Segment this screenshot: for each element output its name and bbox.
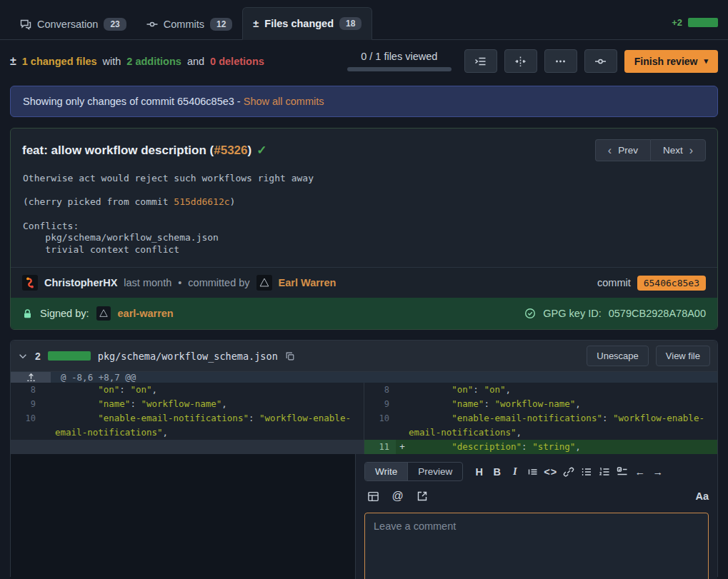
inline-comment-row: Write Preview H B I <> — [11, 454, 717, 579]
tab-commits[interactable]: Commits 12 — [136, 9, 243, 40]
line-sign — [42, 383, 55, 397]
empty-line-placeholder — [11, 440, 364, 454]
bold-icon[interactable]: B — [488, 463, 506, 480]
chevron-down-icon[interactable] — [18, 351, 28, 361]
signature-row: Signed by: earl-warren GPG key ID: 0579C… — [11, 298, 717, 329]
author-avatar[interactable] — [22, 275, 38, 291]
tab-conversation-label: Conversation — [37, 19, 98, 30]
commit-sha-badge[interactable]: 65406c85e3 — [637, 276, 706, 291]
write-tab[interactable]: Write — [365, 463, 408, 480]
diff-icon: ± — [253, 18, 259, 29]
diff-row: 8 "on": "on", 8 "on": "on", — [11, 383, 717, 397]
line-number-old[interactable]: 9 — [11, 397, 42, 411]
json-key: "name" — [409, 398, 484, 409]
unordered-list-icon[interactable] — [577, 463, 595, 480]
redo-icon[interactable]: → — [649, 463, 667, 480]
commit-title-text: ) — [248, 144, 252, 157]
code-icon[interactable]: <> — [542, 463, 559, 480]
italic-icon[interactable]: I — [506, 463, 524, 480]
tab-files-changed[interactable]: ± Files changed 18 — [242, 7, 372, 40]
commit-time: last month — [124, 277, 171, 288]
commits-dropdown-button[interactable] — [584, 49, 617, 73]
commit-meta-row: ChristopherHX last month • committed by … — [11, 267, 717, 298]
punct: : — [522, 441, 532, 452]
mention-icon[interactable]: @ — [389, 488, 407, 505]
code-line: "on": "on", — [409, 383, 717, 397]
added-sign: + — [396, 440, 409, 454]
diff-stats-summary: +2 — [672, 17, 718, 28]
link-icon[interactable] — [559, 463, 577, 480]
changed-files-summary: ± 1 changed files with 2 additions and 0… — [10, 55, 264, 68]
diff-stats-bar — [688, 18, 718, 27]
committer-avatar[interactable] — [256, 275, 272, 291]
summary-text: and — [187, 56, 204, 67]
comment-input[interactable] — [364, 513, 709, 579]
preview-tab[interactable]: Preview — [407, 463, 462, 480]
commit-box: feat: allow workflow description (#5326)… — [10, 128, 718, 330]
undo-icon[interactable]: ← — [631, 463, 649, 480]
files-viewed-bar — [347, 67, 452, 71]
unescape-button[interactable]: Unescape — [587, 346, 649, 366]
conversation-icon — [20, 19, 31, 30]
finish-review-button[interactable]: Finish review ▾ — [624, 50, 718, 73]
line-number-new[interactable]: 10 — [364, 411, 396, 440]
prev-commit-button[interactable]: ‹ Prev — [595, 139, 650, 161]
files-viewed-label: 0 / 1 files viewed — [361, 51, 437, 62]
json-value: "on" — [484, 384, 505, 395]
single-commit-banner: Showing only changes of commit 65406c85e… — [10, 86, 718, 117]
json-value: "workflow-name" — [494, 398, 575, 409]
next-commit-button[interactable]: Next › — [650, 139, 706, 161]
line-number-old[interactable]: 8 — [11, 383, 42, 397]
commit-icon — [146, 19, 158, 30]
view-file-button[interactable]: View file — [656, 346, 710, 366]
next-label: Next — [663, 145, 683, 156]
diff-row: 10 "enable-email-notifications": "workfl… — [11, 411, 717, 440]
signed-by-label: Signed by: — [40, 308, 89, 319]
summary-text: with — [103, 56, 121, 67]
diff-options-button[interactable] — [544, 49, 577, 73]
issue-link[interactable]: #5326 — [214, 144, 247, 157]
conversation-count-badge: 23 — [104, 18, 126, 31]
reference-icon[interactable] — [413, 488, 431, 505]
json-key: "on" — [409, 384, 473, 395]
code-line: "name": "workflow-name", — [55, 397, 364, 411]
diff-icon: ± — [10, 55, 16, 68]
signer-link[interactable]: earl-warren — [118, 308, 174, 319]
punct: : — [119, 384, 130, 395]
gpg-key-label: GPG key ID: — [543, 308, 601, 319]
ordered-list-icon[interactable] — [595, 463, 613, 480]
code-line: "on": "on", — [55, 383, 364, 397]
line-number-new[interactable]: 8 — [364, 383, 396, 397]
line-number-new[interactable]: 11 — [364, 440, 396, 454]
show-all-commits-link[interactable]: Show all commits — [244, 96, 324, 107]
code-line: "enable-email-notifications": "workflow-… — [55, 411, 364, 440]
quote-icon[interactable] — [524, 463, 542, 480]
file-diff-stats-bar — [48, 351, 91, 361]
hunk-header-row: @ -8,6 +8,7 @@ — [11, 372, 717, 383]
signer-avatar[interactable] — [96, 306, 111, 321]
commit-title: feat: allow workflow description (#5326)… — [22, 143, 266, 158]
author-link[interactable]: ChristopherHX — [44, 277, 117, 288]
punct: : — [602, 413, 613, 423]
line-number-new[interactable]: 9 — [364, 397, 396, 411]
finish-review-label: Finish review — [634, 56, 698, 67]
json-key: "on" — [55, 384, 119, 395]
punct: , — [517, 427, 522, 438]
punct: : — [130, 398, 141, 409]
line-sign — [396, 397, 409, 411]
copy-path-icon[interactable] — [285, 351, 295, 361]
expand-hunk-button[interactable] — [11, 372, 51, 383]
banner-text: Showing only changes of commit 65406c85e… — [23, 96, 241, 107]
whitespace-options-button[interactable] — [504, 49, 537, 73]
tab-files-changed-label: Files changed — [264, 18, 334, 29]
heading-icon[interactable]: H — [470, 463, 488, 480]
tab-conversation[interactable]: Conversation 23 — [10, 9, 136, 40]
table-icon[interactable] — [364, 488, 382, 505]
file-tree-toggle-button[interactable] — [464, 49, 497, 73]
line-number-old[interactable]: 10 — [11, 411, 42, 440]
cherry-pick-commit-link[interactable]: 515dd6612c — [174, 196, 229, 207]
committer-link[interactable]: Earl Warren — [279, 277, 336, 288]
changed-files-link[interactable]: 1 changed files — [22, 56, 97, 67]
font-toggle-button[interactable]: Aa — [695, 490, 709, 502]
task-list-icon[interactable] — [613, 463, 631, 480]
